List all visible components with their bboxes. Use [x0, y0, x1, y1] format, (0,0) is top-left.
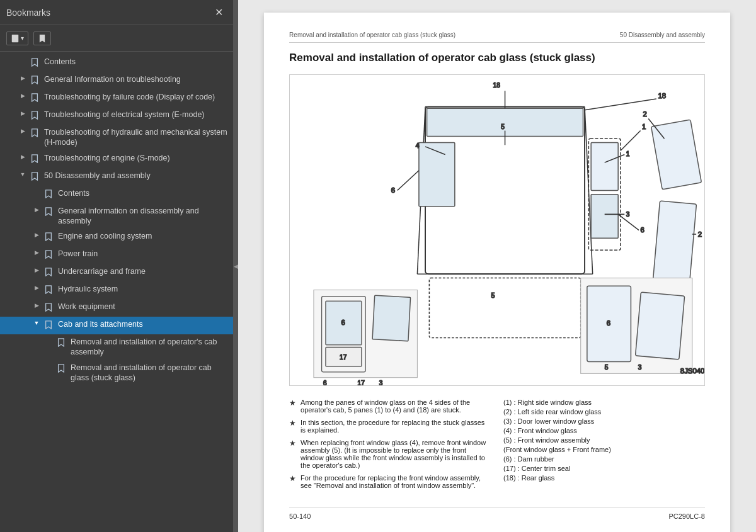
sidebar-item-contents-top[interactable]: Contents [0, 54, 233, 72]
page-header-left: Removal and installation of operator cab… [289, 31, 455, 38]
bookmark-view-btn[interactable]: ▾ [6, 31, 28, 45]
svg-text:6: 6 [607, 319, 610, 327]
sidebar-item-troubleshooting-failure[interactable]: ▶Troubleshooting by failure code (Displa… [0, 89, 233, 107]
svg-line-16 [398, 171, 419, 191]
resize-handle[interactable] [233, 0, 238, 532]
bm-label-troubleshooting-electrical: Troubleshooting of electrical system (E-… [44, 110, 228, 120]
bullet-text: For the procedure for replacing the fron… [301, 474, 491, 489]
sidebar: Bookmarks ✕ ▾ Contents▶General Informati… [0, 0, 233, 532]
bullet-star: ★ [289, 399, 297, 414]
svg-rect-15 [419, 143, 455, 207]
bullet-text: Among the panes of window glass on the 4… [301, 399, 491, 414]
svg-text:1: 1 [626, 150, 630, 157]
bm-label-troubleshooting-hydraulic: Troubleshooting of hydraulic and mechani… [44, 127, 228, 148]
parts-list: (1) : Right side window glass(2) : Left … [503, 399, 705, 482]
svg-text:17: 17 [358, 380, 365, 386]
svg-text:6: 6 [341, 319, 345, 326]
svg-rect-24 [653, 201, 697, 283]
svg-text:8JS04001: 8JS04001 [680, 367, 705, 375]
svg-text:18: 18 [658, 92, 667, 99]
parts-list-item: (4) : Front window glass [503, 427, 705, 434]
sidebar-item-troubleshooting-electrical[interactable]: ▶Troubleshooting of electrical system (E… [0, 107, 233, 125]
sidebar-item-engine-cooling[interactable]: ▶Engine and cooling system [0, 229, 233, 246]
close-button[interactable]: ✕ [211, 5, 227, 20]
svg-text:3: 3 [626, 211, 630, 218]
sidebar-item-cab-removal[interactable]: Removal and installation of operator's c… [0, 334, 233, 360]
bm-label-troubleshooting-engine: Troubleshooting of engine (S-mode) [44, 153, 228, 163]
svg-line-10 [621, 131, 641, 151]
sidebar-item-troubleshooting-engine[interactable]: ▶Troubleshooting of engine (S-mode) [0, 150, 233, 168]
bullet-item: ★When replacing front window glass (4), … [289, 439, 491, 469]
parts-list-item: (Front window glass + Front frame) [503, 446, 705, 453]
sidebar-item-troubleshooting-hydraulic[interactable]: ▶Troubleshooting of hydraulic and mechan… [0, 125, 233, 150]
parts-list-item: (18) : Rear glass [503, 474, 705, 482]
page-footer: 50-140 PC290LC-8 [289, 507, 705, 520]
bm-label-undercarriage: Undercarriage and frame [58, 266, 228, 276]
bookmark-add-btn[interactable] [33, 31, 51, 45]
sidebar-item-hydraulic-system[interactable]: ▶Hydraulic system [0, 281, 233, 299]
svg-text:6: 6 [391, 186, 395, 194]
bullet-item: ★For the procedure for replacing the fro… [289, 474, 491, 489]
bm-label-general-info: General Information on troubleshooting [44, 74, 228, 84]
sidebar-item-general-disassembly[interactable]: ▶General information on disassembly and … [0, 203, 233, 229]
parts-list-item: (5) : Front window assembly [503, 436, 705, 444]
svg-rect-18 [591, 195, 618, 239]
diagram-svg: 1 18 6 6 [289, 74, 705, 386]
svg-text:6: 6 [641, 226, 644, 234]
bm-label-work-equipment: Work equipment [58, 302, 228, 312]
page-title: Removal and installation of operator cab… [289, 52, 705, 64]
sidebar-item-cab-attachments[interactable]: ▼Cab and its attachments [0, 317, 233, 334]
parts-list-item: (6) : Dam rubber [503, 455, 705, 463]
svg-text:2: 2 [643, 110, 646, 118]
svg-rect-21 [651, 120, 702, 190]
bullet-item: ★In this section, the procedure for repl… [289, 419, 491, 434]
bullet-text: In this section, the procedure for repla… [301, 419, 491, 434]
svg-text:17: 17 [340, 354, 347, 361]
svg-rect-27 [429, 278, 580, 338]
bm-label-general-disassembly: General information on disassembly and a… [58, 206, 228, 227]
bm-label-cab-glass: Removal and installation of operator cab… [71, 363, 228, 383]
parts-list-item: (3) : Door lower window glass [503, 417, 705, 425]
bm-label-cab-attachments: Cab and its attachments [58, 319, 228, 329]
svg-rect-37 [372, 295, 410, 341]
bm-label-hydraulic-system: Hydraulic system [58, 284, 228, 294]
sidebar-item-contents-50[interactable]: Contents [0, 186, 233, 203]
sidebar-item-cab-glass[interactable]: Removal and installation of operator cab… [0, 360, 233, 386]
bullet-item: ★Among the panes of window glass on the … [289, 399, 491, 414]
svg-text:2: 2 [698, 230, 702, 238]
sidebar-content[interactable]: Contents▶General Information on troubles… [0, 52, 233, 532]
main-content: Removal and installation of operator cab… [238, 0, 756, 532]
bm-label-engine-cooling: Engine and cooling system [58, 231, 228, 241]
svg-text:5: 5 [501, 123, 505, 130]
svg-text:18: 18 [493, 82, 501, 89]
bullets-col: ★Among the panes of window glass on the … [289, 399, 491, 494]
svg-text:3: 3 [379, 380, 383, 386]
sidebar-item-disassembly-50[interactable]: ▼50 Disassembly and assembly [0, 168, 233, 186]
parts-list-col: (1) : Right side window glass(2) : Left … [503, 399, 705, 494]
svg-text:6: 6 [323, 380, 327, 386]
sidebar-title: Bookmarks [6, 8, 50, 18]
sidebar-item-work-equipment[interactable]: ▶Work equipment [0, 299, 233, 317]
sidebar-item-general-info[interactable]: ▶General Information on troubleshooting [0, 72, 233, 89]
svg-line-13 [585, 99, 656, 110]
sidebar-item-power-train[interactable]: ▶Power train [0, 246, 233, 264]
parts-list-item: (1) : Right side window glass [503, 399, 705, 406]
page-header-bar: Removal and installation of operator cab… [289, 31, 705, 43]
parts-list-item: (17) : Center trim seal [503, 465, 705, 472]
bm-label-power-train: Power train [58, 249, 228, 259]
page-header-right: 50 Disassembly and assembly [620, 31, 705, 38]
bm-label-troubleshooting-failure: Troubleshooting by failure code (Display… [44, 92, 228, 102]
bm-label-contents-50: Contents [58, 188, 228, 198]
page-number-left: 50-140 [289, 512, 311, 520]
bullet-star: ★ [289, 474, 297, 489]
bm-label-disassembly-50: 50 Disassembly and assembly [44, 171, 228, 181]
parts-list-item: (2) : Left side rear window glass [503, 408, 705, 416]
page-container: Removal and installation of operator cab… [264, 13, 730, 532]
svg-text:5: 5 [491, 291, 495, 299]
sidebar-item-undercarriage[interactable]: ▶Undercarriage and frame [0, 264, 233, 281]
sidebar-header: Bookmarks ✕ [0, 0, 233, 25]
description-area: ★Among the panes of window glass on the … [289, 399, 705, 494]
page-number-right: PC290LC-8 [668, 512, 704, 520]
bullet-text: When replacing front window glass (4), r… [301, 439, 491, 469]
svg-text:3: 3 [638, 364, 642, 371]
